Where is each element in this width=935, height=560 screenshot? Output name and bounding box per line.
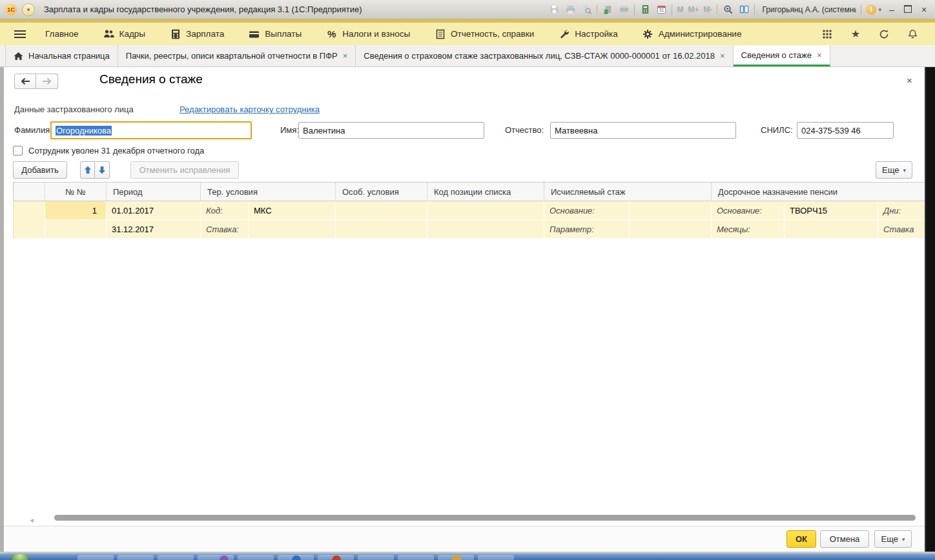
screen: 1С ▾ Зарплата и кадры государственного у… — [0, 0, 935, 560]
tab-close-icon[interactable]: × — [720, 51, 725, 61]
table-more-button[interactable]: Еще▾ — [876, 161, 912, 179]
ter-rate-label-cell[interactable]: Ставка: — [201, 220, 249, 239]
maximize-button[interactable] — [902, 5, 914, 15]
taskbar-icon[interactable] — [118, 555, 154, 560]
tab-pfr-packets[interactable]: Пачки, реестры, описи квартальной отчетн… — [118, 45, 356, 66]
periods-table: № № Период Тер. условия Особ. условия Ко… — [13, 182, 925, 239]
calc-param-value-cell[interactable] — [630, 220, 712, 239]
arrow-up-icon — [84, 166, 92, 174]
current-user-button[interactable]: Григорьянц А.А. (системный адм... — [759, 5, 856, 14]
import-file-icon[interactable] — [602, 4, 613, 15]
print-preview-icon[interactable] — [581, 4, 592, 15]
memory-minus-button[interactable]: M- — [703, 5, 712, 14]
footer-more-button[interactable]: Еще▾ — [874, 530, 912, 548]
memory-plus-button[interactable]: M+ — [688, 5, 699, 14]
nav-back-button[interactable] — [14, 74, 36, 89]
tab-svedeniya-o-stazhe[interactable]: Сведения о стаже × — [734, 45, 830, 66]
tab-szv-stazh-document[interactable]: Сведения о страховом стаже застрахованны… — [356, 45, 733, 66]
menu-item-vyplaty[interactable]: Выплаты — [249, 28, 302, 39]
snils-input[interactable] — [797, 122, 894, 139]
osob-usloviya-cell[interactable] — [336, 201, 427, 220]
calc-basis-value-cell[interactable] — [630, 201, 712, 220]
save-icon[interactable] — [548, 4, 560, 15]
row-gutter-cell[interactable] — [13, 201, 45, 239]
people-icon — [103, 28, 114, 39]
info-button[interactable]: i ▾ — [866, 5, 881, 15]
menu-item-nalogi[interactable]: % Налоги и взносы — [326, 28, 410, 39]
lastname-input[interactable]: Огородникова — [50, 121, 252, 139]
window-close-button[interactable]: × — [918, 5, 930, 15]
notifications-bell-icon[interactable] — [907, 28, 918, 40]
minimize-button[interactable]: – — [886, 5, 898, 15]
undo-corrections-button[interactable]: Отменить исправления — [130, 161, 239, 179]
header-ter-usloviya: Тер. условия — [201, 182, 336, 201]
start-button[interactable] — [12, 554, 28, 560]
menu-item-kadry[interactable]: Кадры — [103, 28, 145, 39]
row-num-cell[interactable]: 1 — [45, 201, 107, 220]
early-days-label-cell[interactable]: Дни: — [878, 201, 925, 220]
menu-label: Кадры — [119, 29, 145, 39]
firstname-input[interactable] — [298, 122, 484, 139]
apps-grid-icon[interactable] — [821, 28, 833, 40]
main-menu-hamburger-icon[interactable] — [14, 30, 26, 38]
dismissed-checkbox[interactable] — [13, 146, 23, 155]
split-view-icon[interactable] — [738, 4, 750, 15]
menu-item-zarplata[interactable]: Зарплата — [170, 28, 224, 39]
arrow-down-icon — [98, 166, 106, 174]
taskbar-icon[interactable] — [358, 555, 394, 560]
taskbar-icon[interactable] — [398, 555, 434, 560]
period-end-cell[interactable]: 31.12.2017 — [107, 220, 201, 239]
ter-rate-value-cell[interactable] — [249, 220, 336, 239]
favorites-star-icon[interactable]: ★ — [850, 28, 861, 40]
ok-button[interactable]: ОК — [786, 530, 816, 548]
taskbar-icon[interactable] — [158, 555, 194, 560]
tab-home[interactable]: Начальная страница — [5, 45, 118, 66]
kod-pozitsii-cell[interactable] — [427, 201, 544, 220]
menu-item-glavnoe[interactable]: Главное — [45, 29, 79, 39]
calc-basis-label-cell[interactable]: Основание: — [544, 201, 630, 220]
print-icon[interactable] — [564, 4, 576, 15]
taskbar-icon[interactable] — [77, 555, 114, 560]
menu-item-nastroyka[interactable]: Настройка — [559, 28, 617, 39]
nav-forward-button[interactable] — [36, 74, 58, 89]
zoom-icon[interactable] — [722, 4, 734, 15]
move-down-button[interactable] — [95, 161, 110, 179]
ter-code-value-cell[interactable]: МКС — [249, 201, 336, 220]
form-close-button[interactable]: × — [907, 75, 912, 86]
caret-down-icon: ▾ — [903, 167, 906, 174]
taskbar-icon[interactable] — [238, 555, 274, 560]
early-months-label-cell[interactable]: Месяцы: — [712, 220, 785, 239]
osob-usloviya-cell-2[interactable] — [336, 220, 427, 239]
taskbar-app-dot — [452, 555, 461, 560]
scrollbar-left-arrow[interactable]: ◂ — [30, 515, 34, 525]
calculator-icon[interactable] — [639, 4, 651, 15]
kod-pozitsii-cell-2[interactable] — [427, 220, 544, 239]
memory-recall-button[interactable]: M — [677, 5, 683, 14]
row-num-cell-2[interactable] — [45, 220, 107, 239]
svg-text:31: 31 — [659, 8, 664, 12]
early-rate-label-cell[interactable]: Ставка — [878, 220, 925, 239]
calc-param-label-cell[interactable]: Параметр: — [544, 220, 630, 239]
tab-close-icon[interactable]: × — [817, 50, 822, 60]
period-start-cell[interactable]: 01.01.2017 — [107, 201, 201, 220]
early-basis-value-cell[interactable]: ТВОРЧ15 — [785, 201, 878, 220]
cancel-button[interactable]: Отмена — [820, 530, 869, 548]
ter-code-label-cell[interactable]: Код: — [201, 201, 249, 220]
calendar-icon[interactable]: 31 — [655, 4, 667, 15]
menu-item-otchetnost[interactable]: Отчетность, справки — [435, 28, 534, 39]
add-button[interactable]: Добавить — [13, 161, 67, 179]
middlename-input[interactable] — [550, 122, 736, 139]
early-months-value-cell[interactable] — [785, 220, 878, 239]
taskbar-app-dot — [220, 555, 229, 560]
horizontal-scrollbar-thumb[interactable] — [54, 515, 916, 521]
scan-icon[interactable] — [618, 4, 630, 15]
report-icon — [435, 28, 446, 39]
move-up-button[interactable] — [80, 161, 95, 179]
history-icon[interactable] — [878, 28, 890, 40]
tab-close-icon[interactable]: × — [343, 51, 348, 61]
system-menu-button[interactable]: ▾ — [22, 3, 35, 16]
early-basis-label-cell[interactable]: Основание: — [712, 201, 785, 220]
edit-employee-card-link[interactable]: Редактировать карточку сотрудника — [180, 105, 320, 114]
menu-item-administrirovanie[interactable]: Администрирование — [642, 28, 742, 39]
taskbar-icon[interactable] — [478, 555, 514, 560]
